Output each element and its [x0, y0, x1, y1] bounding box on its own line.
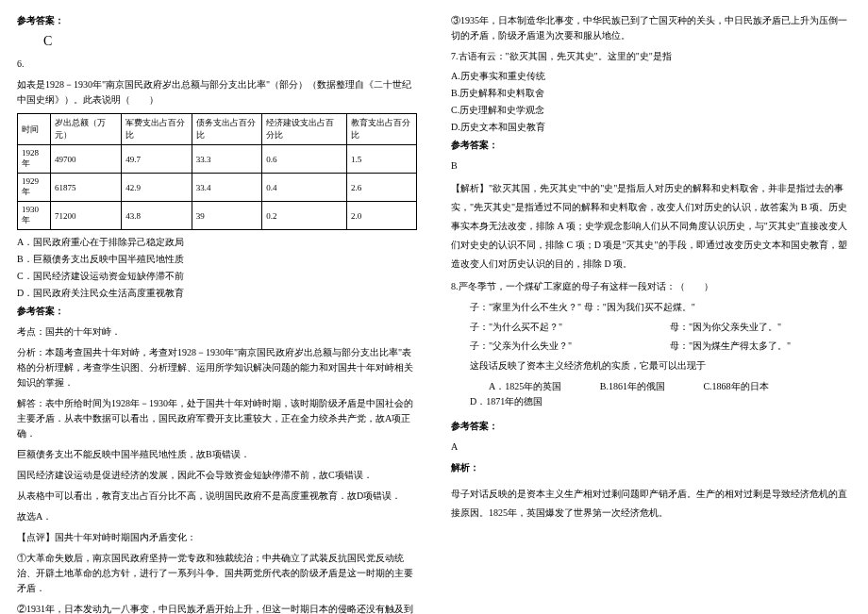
q6-dp-head: 【点评】国共十年对峙时期国内矛盾变化： [17, 530, 417, 545]
q6-answer-label: 参考答案： [17, 304, 417, 319]
q8-d3-z: 子："父亲为什么失业？" [451, 340, 651, 353]
q7-answer: B [451, 158, 851, 174]
r2c3: 42.9 [122, 174, 192, 202]
q6-opt-a: A．国民政府重心在于排除异己稳定政局 [17, 236, 417, 249]
q6-kaodian: 考点：国共的十年对峙． [17, 324, 417, 340]
q8-d3-m: 母："因为煤生产得太多了。" [651, 340, 851, 353]
th-debt: 债务支出占百分比 [192, 114, 261, 145]
q7-explain: 【解析】"欲灭其国，先灭其史"中的"史"是指后人对历史的解释和史料取舍，并非是指… [451, 179, 851, 274]
q8-opt-c: C.1868年的日本 [684, 379, 768, 394]
th-edu: 教育支出占百分比 [347, 114, 417, 145]
r2c4: 33.4 [192, 174, 261, 202]
q6-opt-b: B．巨额债务支出反映中国半殖民地性质 [17, 253, 417, 266]
q8-opt-a: A．1825年的英国 [470, 379, 561, 394]
q8-d2-m: 母："因为你父亲失业了。" [651, 321, 851, 334]
th-econ: 经济建设支出占百分比 [262, 114, 347, 145]
answer-label: 参考答案： [17, 13, 417, 28]
q6-jieda1: 解答：表中所给时间为1928年－1930年，处于国共十年对峙时期，该时期阶级矛盾… [17, 396, 417, 441]
q6-jieda4: 从表格中可以看出，教育支出占百分比不高，说明国民政府不是高度重视教育．故D项错误… [17, 489, 417, 504]
th-total: 岁出总额（万元） [50, 114, 121, 145]
r1c3: 49.7 [122, 145, 192, 174]
q7-stem: 7.古语有云："欲灭其国，先灭其史"。这里的"史"是指 [451, 49, 851, 64]
th-mil: 军费支出占百分比 [122, 114, 192, 145]
q6-number: 6. [17, 57, 417, 72]
q6-dp1: ①大革命失败后，南京国民政府坚持一党专政和独裁统治；中共确立了武装反抗国民党反动… [17, 551, 417, 596]
r3c4: 39 [192, 202, 261, 230]
q6-opt-c: C．国民经济建设运动资金短缺停滞不前 [17, 270, 417, 283]
q8-answer: A [451, 440, 851, 455]
q7-answer-label: 参考答案： [451, 138, 851, 153]
r2c2: 61875 [50, 174, 121, 202]
q8-d1-z: 子："家里为什么不生火？" [470, 302, 581, 312]
q7-opt-b: B.历史解释和史料取舍 [451, 87, 851, 100]
q7-opt-a: A.历史事实和重史传统 [451, 70, 851, 83]
q6-table: 时间 岁出总额（万元） 军费支出占百分比 债务支出占百分比 经济建设支出占百分比… [17, 113, 417, 230]
r3c3: 43.8 [122, 202, 192, 230]
r2c5: 0.4 [262, 174, 347, 202]
q6-jieda3: 国民经济建设运动是促进经济的发展，因此不会导致资金短缺停滞不前，故C项错误． [17, 468, 417, 483]
r2c6: 2.6 [347, 174, 417, 202]
q8-options: A．1825年的英国 B.1861年的俄国 C.1868年的日本 D．1871年… [451, 379, 851, 409]
q6-jieda2: 巨额债务支出不能反映中国半殖民地性质，故B项错误． [17, 447, 417, 462]
r1c6: 1.5 [347, 145, 417, 174]
q6-fenxi: 分析：本题考查国共十年对峙，考查对1928－1930年"南京国民政府岁出总额与部… [17, 345, 417, 390]
r3c5: 0.2 [262, 202, 347, 230]
q6-opt-d: D．国民政府关注民众生活高度重视教育 [17, 287, 417, 300]
q6-stem: 如表是1928－1930年"南京国民政府岁出总额与部分支出比率"（部分）（数据整… [17, 77, 417, 108]
q7-opt-d: D.历史文本和国史教育 [451, 121, 851, 134]
q8-d1-m: 母："因为我们买不起煤。" [584, 302, 695, 312]
answer-value-c: C [43, 34, 417, 49]
q8-opt-d: D．1871年的德国 [451, 394, 542, 409]
q8-answer-label: 参考答案： [451, 419, 851, 434]
q8-stem: 8.严冬季节，一个煤矿工家庭的母子有这样一段对话：（ ） [451, 279, 851, 294]
r3c2: 71200 [50, 202, 121, 230]
r3c1: 1930年 [18, 202, 51, 230]
q7-opt-c: C.历史理解和史学观念 [451, 104, 851, 117]
right-para-1: ③1935年，日本制造华北事变，中华民族已到了亡国灭种的关头，中日民族矛盾已上升… [451, 13, 851, 43]
r1c1: 1928年 [18, 145, 51, 174]
q8-jx: 母子对话反映的是资本主义生产相对过剩问题即产销矛盾。生产的相对过剩是导致经济危机… [451, 485, 851, 523]
q8-note: 这段话反映了资本主义经济危机的实质，它最可以出现于 [451, 358, 851, 373]
r1c4: 33.3 [192, 145, 261, 174]
r2c1: 1929年 [18, 174, 51, 202]
th-time: 时间 [18, 114, 51, 145]
q6-dp2: ②1931年，日本发动九一八事变，中日民族矛盾开始上升，但这一时期日本的侵略还没… [17, 602, 417, 614]
q8-jx-label: 解析： [451, 460, 851, 475]
r1c2: 49700 [50, 145, 121, 174]
r3c6: 2.0 [347, 202, 417, 230]
q6-jieda5: 故选A． [17, 509, 417, 524]
r1c5: 0.6 [262, 145, 347, 174]
q8-d2-z: 子："为什么买不起？" [451, 321, 651, 334]
q8-opt-b: B.1861年的俄国 [581, 379, 665, 394]
